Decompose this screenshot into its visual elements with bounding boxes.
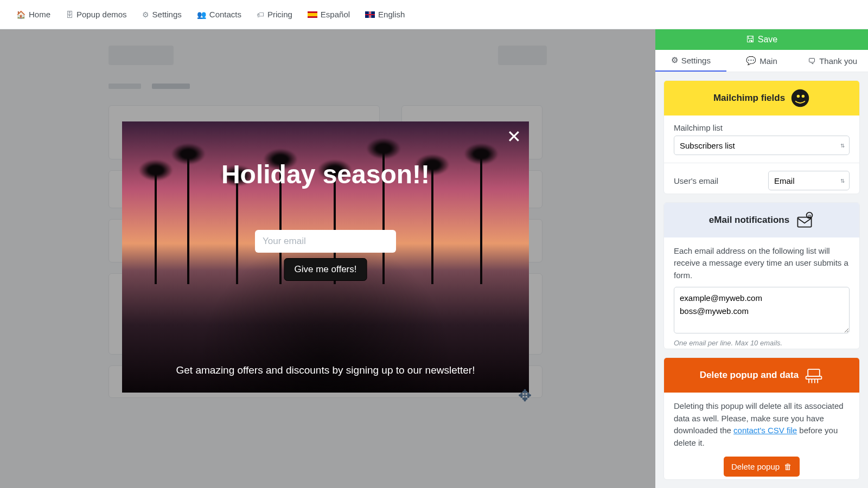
email-notif-hint: One email per line. Max 10 emails. bbox=[674, 339, 850, 347]
nav-home[interactable]: 🏠Home bbox=[9, 5, 58, 23]
nav-contacts-label: Contacts bbox=[209, 10, 241, 19]
email-notif-desc: Each email address on the following list… bbox=[674, 245, 850, 282]
tab-thankyou[interactable]: 🗨Thank you bbox=[797, 50, 868, 72]
top-nav: 🏠Home 🗄Popup demos ⚙Settings 👥Contacts 🏷… bbox=[0, 0, 868, 29]
nav-popup-demos[interactable]: 🗄Popup demos bbox=[58, 5, 135, 23]
delete-popup-button[interactable]: Delete popup 🗑 bbox=[724, 457, 800, 477]
tab-settings-label: Settings bbox=[681, 56, 711, 65]
nav-spanish-label: Español bbox=[321, 10, 350, 19]
mailchimp-header: Mailchimp fields bbox=[664, 81, 859, 115]
sidebar-tabs: ⚙Settings 💬Main 🗨Thank you bbox=[655, 50, 868, 72]
tab-thankyou-label: Thank you bbox=[819, 56, 857, 66]
svg-rect-7 bbox=[806, 376, 822, 379]
csv-link[interactable]: contact's CSV file bbox=[733, 426, 797, 435]
home-icon: 🏠 bbox=[16, 10, 25, 19]
popup-subtitle[interactable]: Get amazing offers and discounts by sign… bbox=[122, 364, 529, 376]
delete-desc: Deleting this popup will delete all its … bbox=[674, 400, 850, 449]
svg-point-1 bbox=[797, 95, 800, 98]
mailchimp-card: Mailchimp fields Mailchimp list Subscrib… bbox=[663, 80, 860, 194]
close-icon[interactable]: ✕ bbox=[507, 128, 521, 145]
envelope-at-icon: @ bbox=[795, 210, 814, 230]
tab-main[interactable]: 💬Main bbox=[726, 50, 797, 72]
email-notif-textarea[interactable] bbox=[674, 287, 850, 333]
move-icon[interactable]: ✥ bbox=[518, 386, 532, 405]
gear-icon: ⚙ bbox=[671, 55, 678, 65]
popup-cta-button[interactable]: Give me offers! bbox=[284, 258, 367, 281]
delete-header: Delete popup and data bbox=[664, 358, 859, 393]
user-email-select[interactable]: Email bbox=[768, 171, 850, 190]
users-icon: 👥 bbox=[197, 10, 206, 19]
svg-point-0 bbox=[792, 89, 809, 107]
mailchimp-icon bbox=[790, 88, 810, 108]
tab-main-label: Main bbox=[760, 56, 777, 66]
nav-popup-demos-label: Popup demos bbox=[76, 10, 127, 19]
settings-panel: Mailchimp fields Mailchimp list Subscrib… bbox=[655, 72, 868, 488]
delete-card: Delete popup and data Deleting this popu… bbox=[663, 357, 860, 480]
user-email-label: User's email bbox=[674, 176, 718, 185]
message-icon: 🗨 bbox=[808, 56, 816, 66]
save-button[interactable]: 🖫 Save bbox=[655, 29, 868, 50]
gear-icon: ⚙ bbox=[142, 10, 149, 19]
nav-settings-label: Settings bbox=[152, 10, 182, 19]
save-label: Save bbox=[758, 35, 777, 44]
user-email-value: Email bbox=[774, 176, 795, 185]
svg-rect-3 bbox=[798, 217, 812, 227]
nav-english[interactable]: English bbox=[358, 5, 412, 23]
database-icon: 🗄 bbox=[66, 10, 73, 19]
flag-en-icon bbox=[365, 11, 375, 18]
nav-english-label: English bbox=[378, 10, 405, 19]
svg-point-2 bbox=[802, 95, 805, 98]
tag-icon: 🏷 bbox=[257, 10, 264, 19]
nav-pricing-label: Pricing bbox=[267, 10, 292, 19]
svg-text:@: @ bbox=[808, 213, 812, 218]
mailchimp-list-value: Subscribers list bbox=[680, 141, 735, 150]
delete-header-label: Delete popup and data bbox=[700, 370, 799, 381]
mailchimp-list-select[interactable]: Subscribers list bbox=[674, 136, 850, 155]
mailchimp-header-label: Mailchimp fields bbox=[713, 93, 785, 104]
popup-title[interactable]: Holiday season!! bbox=[122, 159, 529, 189]
shredder-icon bbox=[804, 365, 824, 385]
nav-settings[interactable]: ⚙Settings bbox=[135, 5, 189, 23]
trash-icon: 🗑 bbox=[784, 462, 792, 471]
nav-spanish[interactable]: Español bbox=[300, 5, 358, 23]
canvas-area: ✕ Holiday season!! Give me offers! Get a… bbox=[0, 29, 655, 488]
email-notif-header-label: eMail notifications bbox=[709, 215, 789, 226]
nav-contacts[interactable]: 👥Contacts bbox=[189, 5, 249, 23]
save-icon: 🖫 bbox=[746, 35, 755, 44]
email-notif-header: eMail notifications @ bbox=[664, 203, 859, 237]
nav-home-label: Home bbox=[29, 10, 50, 19]
flag-es-icon bbox=[308, 11, 317, 18]
delete-button-label: Delete popup bbox=[731, 462, 780, 471]
email-input[interactable] bbox=[255, 230, 396, 253]
sidebar: 🖫 Save ⚙Settings 💬Main 🗨Thank you Mailch… bbox=[655, 29, 868, 488]
email-notifications-card: eMail notifications @ Each email address… bbox=[663, 202, 860, 350]
chat-icon: 💬 bbox=[746, 56, 756, 66]
tab-settings[interactable]: ⚙Settings bbox=[655, 50, 726, 72]
popup-preview[interactable]: ✕ Holiday season!! Give me offers! Get a… bbox=[122, 121, 529, 393]
svg-rect-6 bbox=[808, 369, 820, 376]
nav-pricing[interactable]: 🏷Pricing bbox=[249, 5, 300, 23]
mailchimp-list-label: Mailchimp list bbox=[674, 123, 850, 132]
